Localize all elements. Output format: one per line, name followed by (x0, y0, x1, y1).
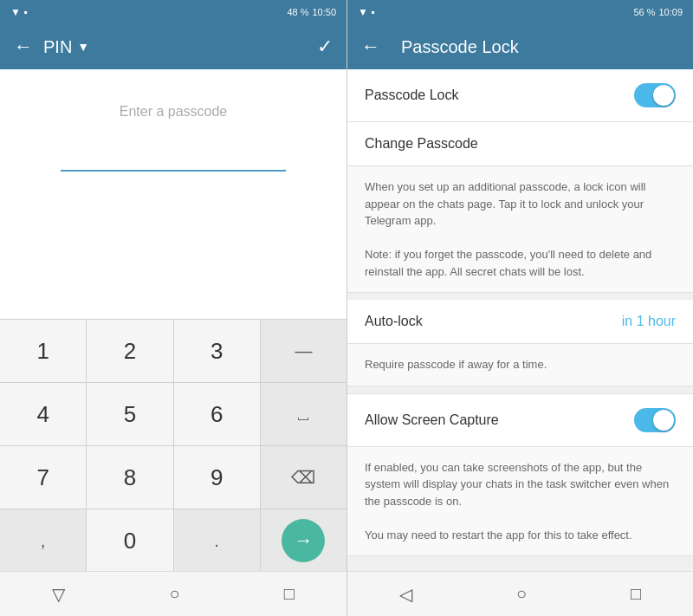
info-text-2: Require passcode if away for a time. (365, 358, 547, 371)
key-7[interactable]: 7 (0, 446, 87, 509)
divider-1 (347, 293, 693, 300)
nav-bar-right: ◁ ○ □ (347, 571, 693, 616)
right-back-button[interactable]: ← (361, 36, 380, 58)
left-time: 10:50 (312, 7, 336, 17)
info-text-1: When you set up an additional passcode, … (365, 180, 651, 278)
nav-back-left[interactable]: ▽ (52, 584, 65, 605)
key-period[interactable]: . (174, 509, 261, 572)
divider-2 (347, 386, 693, 393)
right-title: Passcode Lock (401, 37, 519, 57)
status-bar-right: ▼ ▪ 56 % 10:09 (347, 0, 693, 24)
key-9[interactable]: 9 (174, 446, 261, 509)
passcode-area: Enter a passcode (0, 69, 346, 319)
key-dash[interactable]: — (261, 320, 346, 382)
setting-passcode-lock[interactable]: Passcode Lock (347, 69, 693, 122)
change-passcode-label: Change Passcode (365, 136, 478, 152)
key-space[interactable]: ⎵ (261, 383, 346, 445)
info-box-1: When you set up an additional passcode, … (347, 166, 693, 293)
passcode-label: Enter a passcode (120, 104, 228, 120)
nav-bar-left: ▽ ○ □ (0, 571, 346, 616)
top-bar-left: ← PIN ▼ ✓ (0, 24, 346, 69)
key-6[interactable]: 6 (174, 383, 261, 445)
info-box-3: If enabled, you can take screenshots of … (347, 447, 693, 557)
keypad-row-1: 1 2 3 — (0, 319, 346, 382)
info-text-3: If enabled, you can take screenshots of … (365, 461, 669, 541)
key-submit[interactable]: → (261, 509, 346, 572)
setting-change-passcode[interactable]: Change Passcode (347, 122, 693, 166)
left-panel: ▼ ▪ 48 % 10:50 ← PIN ▼ ✓ Enter a passcod… (0, 0, 346, 616)
right-time: 10:09 (658, 7, 683, 17)
screen-capture-label: Allow Screen Capture (365, 412, 499, 428)
nav-home-left[interactable]: ○ (169, 584, 179, 604)
key-0[interactable]: 0 (87, 509, 173, 572)
submit-circle[interactable]: → (282, 519, 325, 562)
passcode-input[interactable] (61, 146, 286, 172)
key-5[interactable]: 5 (87, 383, 173, 445)
right-signal-icon: ▼ ▪ (358, 6, 374, 18)
setting-screen-capture[interactable]: Allow Screen Capture (347, 393, 693, 447)
key-3[interactable]: 3 (174, 320, 261, 382)
key-backspace[interactable]: ⌫ (261, 446, 346, 509)
left-back-button[interactable]: ← (14, 36, 33, 58)
pin-title-group: PIN ▼ (43, 37, 89, 57)
autolock-label: Auto-lock (365, 314, 423, 329)
passcode-lock-label: Passcode Lock (365, 88, 459, 103)
left-battery: 48 % (287, 7, 308, 17)
settings-list: Passcode Lock Change Passcode When you s… (347, 69, 693, 571)
keypad-row-2: 4 5 6 ⎵ (0, 382, 346, 445)
left-signal-icon: ▼ ▪ (10, 6, 27, 18)
keypad-row-4: , 0 . → (0, 509, 346, 571)
nav-home-right[interactable]: ○ (516, 584, 527, 604)
screen-capture-toggle[interactable] (634, 408, 676, 432)
nav-recent-left[interactable]: □ (284, 584, 295, 604)
nav-recent-right[interactable]: □ (631, 584, 641, 604)
passcode-lock-toggle[interactable] (634, 83, 676, 107)
key-8[interactable]: 8 (87, 446, 173, 509)
setting-autolock[interactable]: Auto-lock in 1 hour (347, 300, 693, 344)
right-panel: ▼ ▪ 56 % 10:09 ← Passcode Lock Passcode … (346, 0, 693, 616)
autolock-value: in 1 hour (622, 314, 676, 329)
info-box-2: Require passcode if away for a time. (347, 344, 693, 386)
key-2[interactable]: 2 (87, 320, 173, 382)
pin-title-text: PIN (43, 37, 72, 57)
key-comma[interactable]: , (0, 509, 87, 572)
key-4[interactable]: 4 (0, 383, 87, 445)
status-bar-left: ▼ ▪ 48 % 10:50 (0, 0, 346, 24)
keypad-row-3: 7 8 9 ⌫ (0, 445, 346, 509)
pin-dropdown-icon[interactable]: ▼ (77, 40, 89, 54)
right-battery: 56 % (633, 7, 655, 17)
nav-back-right[interactable]: ◁ (399, 584, 412, 605)
confirm-button[interactable]: ✓ (317, 36, 333, 58)
top-bar-right: ← Passcode Lock (347, 24, 693, 69)
key-1[interactable]: 1 (0, 320, 87, 382)
keypad: 1 2 3 — 4 5 6 ⎵ 7 8 9 ⌫ , 0 . → (0, 319, 346, 571)
